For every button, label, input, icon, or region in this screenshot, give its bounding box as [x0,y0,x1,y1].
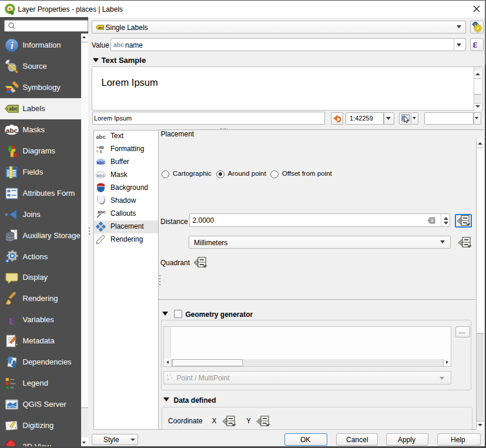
svg-text:abc: abc [98,209,106,215]
svg-text:abc: abc [96,133,105,139]
svg-text:ε: ε [9,313,15,327]
svg-text:c: c [100,149,102,153]
svg-text:ab: ab [99,145,104,149]
svg-text:abc: abc [98,25,103,29]
svg-text:abc: abc [6,126,18,133]
svg-text:abc: abc [9,106,18,112]
svg-text:<: < [96,149,99,153]
svg-text:abc: abc [97,173,105,178]
svg-text:i: i [11,41,14,51]
svg-text:+: + [96,145,99,149]
svg-text:abc: abc [97,159,105,165]
